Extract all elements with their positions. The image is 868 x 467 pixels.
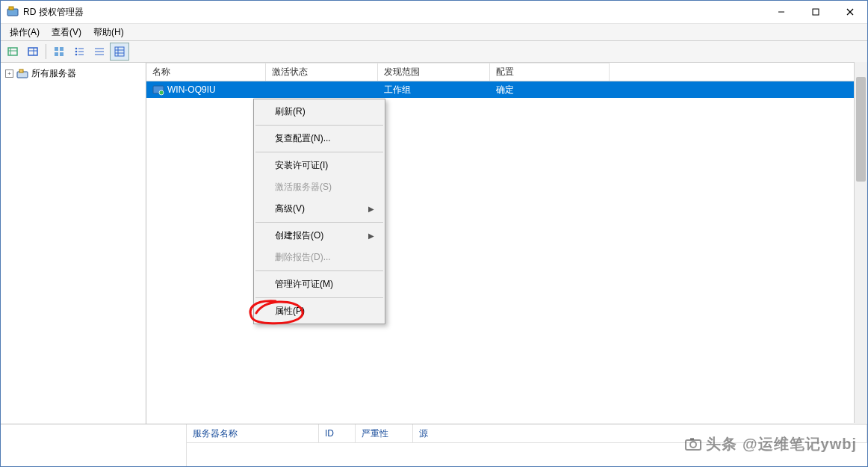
svg-rect-15 <box>60 52 63 56</box>
menu-view[interactable]: 查看(V) <box>46 25 87 40</box>
ctx-recheck-config[interactable]: 复查配置(N)... <box>254 128 385 149</box>
svg-rect-14 <box>55 52 58 56</box>
list-header: 名称 激活状态 发现范围 配置 <box>146 63 867 81</box>
close-button[interactable] <box>833 1 867 23</box>
maximize-button[interactable] <box>799 1 833 23</box>
svg-rect-12 <box>55 47 58 51</box>
bcol-source[interactable]: 源 <box>413 424 867 442</box>
servers-icon <box>16 68 28 80</box>
window-title: RD 授权管理器 <box>23 6 84 19</box>
ctx-separator <box>255 152 383 152</box>
toolbar <box>1 41 867 63</box>
ctx-manage-license[interactable]: 管理许可证(M) <box>254 273 385 295</box>
server-row[interactable]: WIN-OQ9IU 工作组 确定 <box>146 81 867 98</box>
menubar: 操作(A) 查看(V) 帮助(H) <box>1 24 867 41</box>
tree-root-row[interactable]: + 所有服务器 <box>2 66 144 81</box>
bcol-server[interactable]: 服务器名称 <box>187 424 319 442</box>
ctx-separator <box>255 125 383 126</box>
ctx-install-license[interactable]: 安装许可证(I) <box>254 155 385 176</box>
col-config[interactable]: 配置 <box>490 63 610 81</box>
chevron-right-icon: ▶ <box>368 205 374 213</box>
ctx-activate-server: 激活服务器(S) <box>254 176 385 198</box>
cell-name: WIN-OQ9IU <box>146 84 266 96</box>
col-name[interactable]: 名称 <box>146 63 266 81</box>
bcol-severity[interactable]: 严重性 <box>356 424 413 442</box>
svg-point-18 <box>75 54 78 56</box>
toolbar-button-1[interactable] <box>3 43 22 61</box>
svg-rect-3 <box>813 9 819 15</box>
bcol-id[interactable]: ID <box>319 424 356 442</box>
ctx-separator <box>255 297 383 298</box>
bottom-panel: 服务器名称 ID 严重性 源 <box>1 424 867 466</box>
toolbar-separator <box>46 44 46 59</box>
cell-name-text: WIN-OQ9IU <box>167 84 216 95</box>
svg-rect-6 <box>8 48 17 55</box>
scrollbar-vertical[interactable] <box>854 62 867 423</box>
titlebar: RD 授权管理器 <box>1 1 867 24</box>
svg-point-32 <box>159 90 164 95</box>
view-small-icons[interactable] <box>69 43 89 61</box>
menu-action[interactable]: 操作(A) <box>4 25 46 40</box>
col-activation[interactable]: 激活状态 <box>266 63 378 81</box>
cell-config: 确定 <box>490 84 610 96</box>
svg-point-17 <box>75 51 78 53</box>
chevron-right-icon: ▶ <box>368 232 374 240</box>
cell-scope: 工作组 <box>378 84 490 96</box>
col-scope[interactable]: 发现范围 <box>378 63 490 81</box>
ctx-separator <box>255 222 383 223</box>
app-icon <box>7 6 19 18</box>
svg-rect-13 <box>60 47 63 51</box>
ctx-refresh[interactable]: 刷新(R) <box>254 101 385 123</box>
ctx-delete-report: 删除报告(D)... <box>254 247 385 268</box>
view-large-icons[interactable] <box>49 43 69 61</box>
server-icon <box>152 84 164 96</box>
svg-rect-1 <box>9 7 13 10</box>
view-details[interactable] <box>110 43 129 61</box>
ctx-advanced[interactable]: 高级(V) ▶ <box>254 198 385 220</box>
svg-point-16 <box>75 48 78 50</box>
bottom-list-header: 服务器名称 ID 严重性 源 <box>187 424 867 443</box>
tree-root-label: 所有服务器 <box>31 67 76 80</box>
tree-expander-icon[interactable]: + <box>5 69 13 78</box>
svg-rect-25 <box>115 47 124 56</box>
ctx-properties[interactable]: 属性(P) <box>254 300 385 322</box>
scrollbar-thumb[interactable] <box>856 77 866 182</box>
menu-help[interactable]: 帮助(H) <box>87 25 130 40</box>
svg-rect-9 <box>28 48 37 55</box>
context-menu: 刷新(R) 复查配置(N)... 安装许可证(I) 激活服务器(S) 高级(V)… <box>253 99 385 324</box>
ctx-separator <box>255 270 383 271</box>
tree-pane[interactable]: + 所有服务器 <box>1 63 146 424</box>
minimize-button[interactable] <box>764 1 799 23</box>
ctx-create-report[interactable]: 创建报告(O) ▶ <box>254 225 385 247</box>
toolbar-button-2[interactable] <box>23 43 43 61</box>
svg-rect-30 <box>19 69 23 72</box>
view-list[interactable] <box>90 43 109 61</box>
